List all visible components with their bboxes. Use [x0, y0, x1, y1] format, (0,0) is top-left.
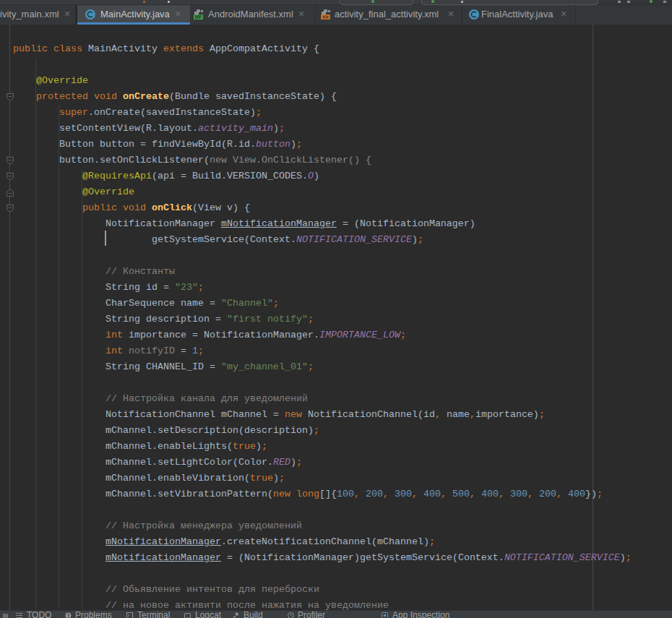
svg-text:<>: <> — [322, 14, 328, 20]
svg-text:MF: MF — [194, 14, 202, 20]
